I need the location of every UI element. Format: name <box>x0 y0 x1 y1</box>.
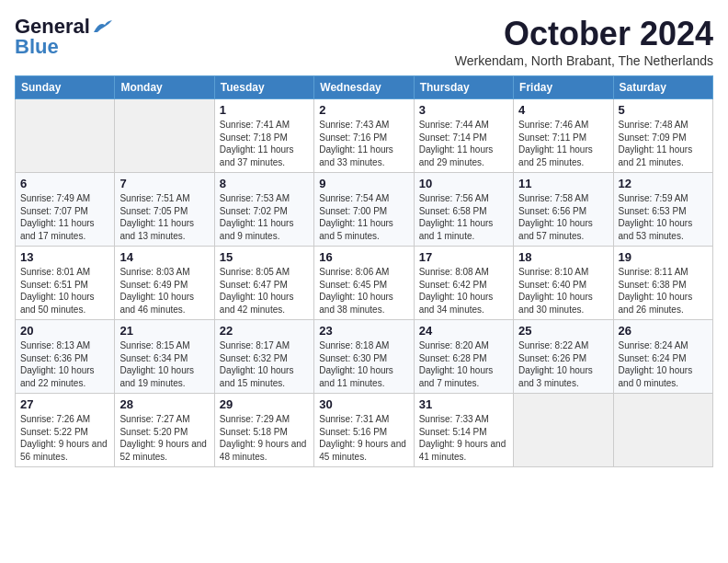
day-number: 22 <box>220 324 309 338</box>
day-details: Sunrise: 8:22 AM Sunset: 6:26 PM Dayligh… <box>518 339 608 389</box>
day-details: Sunrise: 7:26 AM Sunset: 5:22 PM Dayligh… <box>20 413 109 463</box>
calendar-week-row: 6Sunrise: 7:49 AM Sunset: 7:07 PM Daylig… <box>16 173 713 247</box>
logo: General Blue <box>15 15 112 59</box>
day-number: 26 <box>619 324 708 338</box>
calendar-cell <box>16 99 115 173</box>
calendar-week-row: 1Sunrise: 7:41 AM Sunset: 7:18 PM Daylig… <box>16 99 713 173</box>
day-details: Sunrise: 7:59 AM Sunset: 6:53 PM Dayligh… <box>619 192 708 242</box>
calendar-cell: 9Sunrise: 7:54 AM Sunset: 7:00 PM Daylig… <box>314 173 414 247</box>
day-details: Sunrise: 8:08 AM Sunset: 6:42 PM Dayligh… <box>419 266 508 316</box>
calendar-cell: 6Sunrise: 7:49 AM Sunset: 7:07 PM Daylig… <box>16 173 115 247</box>
day-number: 28 <box>119 397 209 411</box>
weekday-header-friday: Friday <box>514 76 613 99</box>
day-details: Sunrise: 7:54 AM Sunset: 7:00 PM Dayligh… <box>319 192 408 242</box>
calendar-cell: 8Sunrise: 7:53 AM Sunset: 7:02 PM Daylig… <box>214 173 313 247</box>
location-subtitle: Werkendam, North Brabant, The Netherland… <box>455 53 713 68</box>
day-number: 3 <box>419 103 508 117</box>
day-details: Sunrise: 7:41 AM Sunset: 7:18 PM Dayligh… <box>220 119 309 168</box>
day-details: Sunrise: 8:17 AM Sunset: 6:32 PM Dayligh… <box>220 339 309 389</box>
calendar-cell: 24Sunrise: 8:20 AM Sunset: 6:28 PM Dayli… <box>414 320 513 394</box>
calendar-cell: 20Sunrise: 8:13 AM Sunset: 6:36 PM Dayli… <box>16 320 115 394</box>
day-details: Sunrise: 7:27 AM Sunset: 5:20 PM Dayligh… <box>119 413 209 463</box>
calendar-cell: 3Sunrise: 7:44 AM Sunset: 7:14 PM Daylig… <box>414 99 513 173</box>
weekday-header-saturday: Saturday <box>613 76 712 99</box>
day-number: 23 <box>319 324 408 338</box>
day-number: 19 <box>619 250 708 264</box>
day-number: 21 <box>119 324 209 338</box>
calendar-cell: 10Sunrise: 7:56 AM Sunset: 6:58 PM Dayli… <box>414 173 513 247</box>
calendar-cell: 16Sunrise: 8:06 AM Sunset: 6:45 PM Dayli… <box>314 247 414 320</box>
calendar-cell: 1Sunrise: 7:41 AM Sunset: 7:18 PM Daylig… <box>214 99 313 173</box>
calendar-cell: 4Sunrise: 7:46 AM Sunset: 7:11 PM Daylig… <box>514 99 613 173</box>
day-details: Sunrise: 8:03 AM Sunset: 6:49 PM Dayligh… <box>119 266 209 316</box>
day-details: Sunrise: 8:18 AM Sunset: 6:30 PM Dayligh… <box>319 339 408 389</box>
day-details: Sunrise: 7:58 AM Sunset: 6:56 PM Dayligh… <box>518 192 608 242</box>
calendar-week-row: 27Sunrise: 7:26 AM Sunset: 5:22 PM Dayli… <box>16 394 713 467</box>
calendar-cell <box>514 394 613 467</box>
day-number: 7 <box>119 177 209 190</box>
day-number: 5 <box>619 103 708 117</box>
day-number: 14 <box>119 250 209 264</box>
calendar-cell: 11Sunrise: 7:58 AM Sunset: 6:56 PM Dayli… <box>514 173 613 247</box>
day-number: 12 <box>619 177 708 190</box>
day-number: 6 <box>20 177 109 190</box>
day-number: 25 <box>518 324 608 338</box>
day-details: Sunrise: 7:56 AM Sunset: 6:58 PM Dayligh… <box>419 192 508 242</box>
calendar-cell: 19Sunrise: 8:11 AM Sunset: 6:38 PM Dayli… <box>613 247 712 320</box>
day-details: Sunrise: 8:24 AM Sunset: 6:24 PM Dayligh… <box>619 339 708 389</box>
calendar-cell: 29Sunrise: 7:29 AM Sunset: 5:18 PM Dayli… <box>214 394 313 467</box>
day-details: Sunrise: 7:46 AM Sunset: 7:11 PM Dayligh… <box>518 119 608 168</box>
calendar-cell <box>115 99 214 173</box>
month-title: October 2024 <box>455 15 713 53</box>
day-details: Sunrise: 8:01 AM Sunset: 6:51 PM Dayligh… <box>20 266 109 316</box>
weekday-header-sunday: Sunday <box>16 76 115 99</box>
weekday-header-wednesday: Wednesday <box>314 76 414 99</box>
day-number: 11 <box>518 177 608 190</box>
day-details: Sunrise: 8:15 AM Sunset: 6:34 PM Dayligh… <box>119 339 209 389</box>
day-number: 18 <box>518 250 608 264</box>
day-number: 10 <box>419 177 508 190</box>
day-details: Sunrise: 7:49 AM Sunset: 7:07 PM Dayligh… <box>20 192 109 242</box>
day-number: 17 <box>419 250 508 264</box>
calendar-cell: 31Sunrise: 7:33 AM Sunset: 5:14 PM Dayli… <box>414 394 513 467</box>
day-details: Sunrise: 7:44 AM Sunset: 7:14 PM Dayligh… <box>419 119 508 168</box>
calendar-cell: 18Sunrise: 8:10 AM Sunset: 6:40 PM Dayli… <box>514 247 613 320</box>
calendar-cell: 15Sunrise: 8:05 AM Sunset: 6:47 PM Dayli… <box>214 247 313 320</box>
weekday-header-thursday: Thursday <box>414 76 513 99</box>
calendar-cell: 17Sunrise: 8:08 AM Sunset: 6:42 PM Dayli… <box>414 247 513 320</box>
day-details: Sunrise: 8:11 AM Sunset: 6:38 PM Dayligh… <box>619 266 708 316</box>
calendar-cell: 14Sunrise: 8:03 AM Sunset: 6:49 PM Dayli… <box>115 247 214 320</box>
calendar-week-row: 13Sunrise: 8:01 AM Sunset: 6:51 PM Dayli… <box>16 247 713 320</box>
day-number: 27 <box>20 397 109 411</box>
day-details: Sunrise: 7:29 AM Sunset: 5:18 PM Dayligh… <box>220 413 309 463</box>
calendar-cell: 13Sunrise: 8:01 AM Sunset: 6:51 PM Dayli… <box>16 247 115 320</box>
day-number: 24 <box>419 324 508 338</box>
calendar-table: SundayMondayTuesdayWednesdayThursdayFrid… <box>15 75 713 467</box>
day-number: 4 <box>518 103 608 117</box>
day-details: Sunrise: 7:33 AM Sunset: 5:14 PM Dayligh… <box>419 413 508 463</box>
weekday-header-monday: Monday <box>115 76 214 99</box>
calendar-cell: 2Sunrise: 7:43 AM Sunset: 7:16 PM Daylig… <box>314 99 414 173</box>
calendar-cell: 7Sunrise: 7:51 AM Sunset: 7:05 PM Daylig… <box>115 173 214 247</box>
calendar-week-row: 20Sunrise: 8:13 AM Sunset: 6:36 PM Dayli… <box>16 320 713 394</box>
day-number: 30 <box>319 397 408 411</box>
day-details: Sunrise: 7:53 AM Sunset: 7:02 PM Dayligh… <box>220 192 309 242</box>
calendar-cell: 25Sunrise: 8:22 AM Sunset: 6:26 PM Dayli… <box>514 320 613 394</box>
day-number: 2 <box>319 103 408 117</box>
calendar-cell: 21Sunrise: 8:15 AM Sunset: 6:34 PM Dayli… <box>115 320 214 394</box>
day-details: Sunrise: 8:10 AM Sunset: 6:40 PM Dayligh… <box>518 266 608 316</box>
day-details: Sunrise: 7:48 AM Sunset: 7:09 PM Dayligh… <box>619 119 708 168</box>
day-number: 8 <box>220 177 309 190</box>
day-number: 16 <box>319 250 408 264</box>
calendar-cell <box>613 394 712 467</box>
day-number: 29 <box>220 397 309 411</box>
calendar-header-row: SundayMondayTuesdayWednesdayThursdayFrid… <box>16 76 713 99</box>
calendar-cell: 23Sunrise: 8:18 AM Sunset: 6:30 PM Dayli… <box>314 320 414 394</box>
page-header: General Blue October 2024 Werkendam, Nor… <box>15 15 713 68</box>
calendar-cell: 27Sunrise: 7:26 AM Sunset: 5:22 PM Dayli… <box>16 394 115 467</box>
day-number: 15 <box>220 250 309 264</box>
day-details: Sunrise: 8:13 AM Sunset: 6:36 PM Dayligh… <box>20 339 109 389</box>
calendar-cell: 30Sunrise: 7:31 AM Sunset: 5:16 PM Dayli… <box>314 394 414 467</box>
calendar-cell: 22Sunrise: 8:17 AM Sunset: 6:32 PM Dayli… <box>214 320 313 394</box>
day-number: 1 <box>220 103 309 117</box>
